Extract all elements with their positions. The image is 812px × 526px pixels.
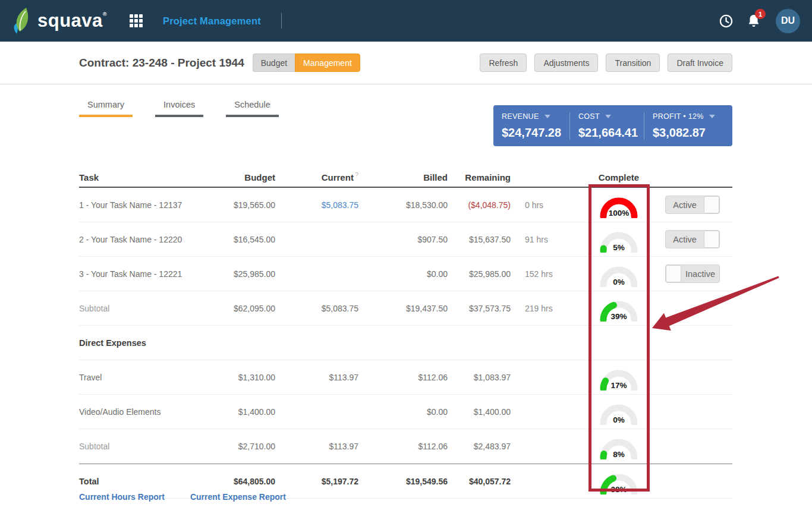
current-value: $5,197.72 [275, 477, 358, 486]
transition-button[interactable]: Transition [606, 53, 660, 72]
complete-cell: 17% [564, 364, 665, 390]
current-value: $5,083.75 [275, 304, 358, 313]
app-grid-icon[interactable] [130, 14, 143, 27]
remaining-value: $25,985.00 [448, 269, 511, 279]
current-value: $113.97 [275, 442, 358, 451]
remaining-value: $40,057.72 [448, 477, 511, 486]
complete-cell: 5% [564, 226, 665, 252]
complete-gauge: 100% [597, 192, 641, 218]
col-header-current: Current? [275, 171, 358, 182]
active-toggle[interactable]: Inactive [665, 264, 720, 283]
col-header-remaining: Remaining [448, 172, 511, 182]
notification-badge: 1 [755, 9, 766, 19]
page-header: Contract: 23-248 - Project 1944 Budget M… [0, 42, 812, 84]
remaining-hours: 152 hrs [511, 269, 564, 279]
budget-view-button[interactable]: Budget [253, 53, 295, 72]
billed-value: $19,437.50 [358, 304, 448, 313]
adjustments-button[interactable]: Adjustments [534, 53, 598, 72]
table-body: 1 - Your Task Name - 12137 $19,565.00 $5… [79, 188, 732, 499]
remaining-hours: 219 hrs [511, 304, 564, 313]
complete-percent-label: 5% [613, 243, 625, 252]
notifications-button[interactable]: 1 [747, 14, 760, 28]
revenue-dropdown[interactable]: REVENUE [502, 112, 569, 121]
budget-value: $2,710.00 [228, 442, 275, 451]
management-view-button[interactable]: Management [295, 53, 360, 72]
task-name: 3 - Your Task Name - 12221 [79, 269, 228, 279]
toggle-cell: Active [665, 196, 726, 214]
complete-gauge: 17% [597, 364, 641, 390]
chevron-down-icon [605, 115, 611, 118]
complete-cell: 100% [564, 192, 665, 218]
task-name: 2 - Your Task Name - 12220 [79, 235, 228, 244]
chevron-down-icon [709, 115, 715, 118]
cost-metric: COST $21,664.41 [569, 112, 644, 140]
table-row: Travel $1,310.00 $113.97 $112.06 $1,083.… [79, 360, 732, 395]
complete-percent-label: 100% [609, 209, 630, 218]
remaining-value: ($4,048.75) [448, 200, 511, 210]
remaining-hours: 0 hrs [511, 200, 564, 210]
remaining-value: $1,083.97 [448, 373, 511, 382]
tab-schedule[interactable]: Schedule [226, 100, 278, 117]
refresh-button[interactable]: Refresh [480, 53, 527, 72]
current-expense-report-link[interactable]: Current Expense Report [190, 492, 286, 502]
toggle-knob [704, 231, 719, 248]
draft-invoice-button[interactable]: Draft Invoice [668, 53, 732, 72]
complete-gauge: 8% [597, 433, 641, 459]
profit-dropdown[interactable]: PROFIT • 12% [653, 112, 732, 121]
complete-cell: 0% [564, 261, 665, 286]
financial-summary-panel: REVENUE $24,747.28 COST $21,664.41 PROFI… [493, 105, 732, 146]
table-row: Video/Audio Elements $1,400.00 $0.00 $1,… [79, 395, 732, 429]
col-header-complete: Complete [564, 172, 665, 182]
complete-gauge: 38% [597, 468, 641, 494]
active-toggle[interactable]: Active [665, 196, 720, 214]
complete-percent-label: 0% [613, 415, 625, 424]
current-value: $113.97 [275, 373, 358, 382]
remaining-value: $1,400.00 [448, 407, 511, 417]
cost-value: $21,664.41 [578, 126, 644, 140]
profit-metric: PROFIT • 12% $3,082.87 [644, 112, 732, 140]
revenue-value: $24,747.28 [502, 126, 569, 140]
active-toggle[interactable]: Active [665, 230, 720, 248]
table-row: Subtotal $62,095.00 $5,083.75 $19,437.50… [79, 291, 732, 326]
complete-gauge: 39% [597, 295, 641, 321]
toggle-label: Inactive [681, 269, 719, 279]
table-row: Subtotal $2,710.00 $113.97 $112.06 $2,48… [79, 429, 732, 464]
leaf-icon [12, 8, 32, 34]
table-header: Task Budget Current? Billed Remaining Co… [79, 158, 732, 188]
cost-dropdown[interactable]: COST [578, 112, 644, 121]
complete-percent-label: 17% [610, 381, 627, 390]
current-hours-report-link[interactable]: Current Hours Report [79, 492, 165, 502]
budget-value: $16,545.00 [228, 235, 275, 244]
clock-icon[interactable] [719, 14, 733, 28]
task-name: Direct Expenses [79, 338, 228, 348]
task-name: Subtotal [79, 304, 228, 313]
task-name: Video/Audio Elements [79, 407, 228, 417]
col-header-budget: Budget [228, 172, 275, 182]
budget-management-toggle: Budget Management [253, 53, 360, 72]
remaining-hours: 91 hrs [511, 235, 564, 244]
nav-app-title[interactable]: Project Management [163, 15, 261, 27]
col-header-task: Task [79, 172, 228, 182]
contract-title: Contract: 23-248 - Project 1944 [79, 56, 244, 70]
complete-percent-label: 0% [613, 278, 625, 286]
header-actions: Refresh Adjustments Transition Draft Inv… [480, 53, 732, 72]
budget-value: $1,400.00 [228, 407, 275, 417]
tab-bar: Summary Invoices Schedule [79, 100, 279, 117]
table-row: 1 - Your Task Name - 12137 $19,565.00 $5… [79, 188, 732, 222]
toggle-cell: Active [665, 230, 726, 248]
toggle-label: Active [666, 235, 704, 244]
avatar[interactable]: DU [776, 9, 800, 33]
table-row: 3 - Your Task Name - 12221 $25,985.00 $0… [79, 257, 732, 291]
tab-summary[interactable]: Summary [79, 100, 133, 117]
complete-percent-label: 8% [613, 450, 625, 459]
tab-invoices[interactable]: Invoices [155, 100, 203, 117]
toggle-knob [666, 265, 681, 282]
budget-table: Task Budget Current? Billed Remaining Co… [79, 158, 732, 499]
budget-value: $1,310.00 [228, 373, 275, 382]
billed-value: $0.00 [358, 269, 448, 279]
complete-cell: 8% [564, 433, 665, 459]
squava-logo[interactable]: squava® [12, 8, 107, 34]
current-value: $5,083.75 [275, 200, 358, 210]
page: squava® Project Management 1 DU Contract… [0, 0, 812, 526]
task-name: Travel [79, 373, 228, 382]
